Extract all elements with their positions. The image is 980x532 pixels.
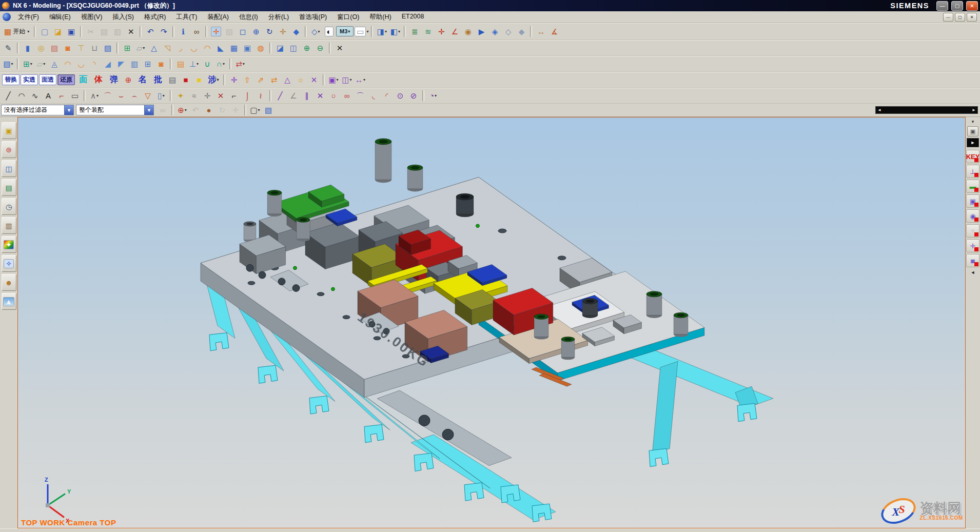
- dropdown-arrow-icon[interactable]: ▾: [348, 29, 350, 34]
- circle-menu-button[interactable]: ◔▾: [427, 90, 439, 101]
- dropdown-arrow-icon[interactable]: ▾: [143, 46, 145, 50]
- snapshot-button[interactable]: ◉: [462, 26, 474, 37]
- dropdown-arrow-icon[interactable]: ▾: [350, 77, 352, 82]
- split-body-button[interactable]: ◫: [287, 42, 300, 53]
- dock-scroll-left-icon[interactable]: ◄: [877, 108, 881, 112]
- dropdown-arrow-icon[interactable]: ▾: [337, 77, 339, 82]
- offset-curve-button[interactable]: ⌣: [115, 90, 127, 101]
- face-translucency-button[interactable]: 面透: [39, 74, 56, 85]
- minimize-button[interactable]: —: [936, 1, 948, 11]
- delete-annotation-button[interactable]: ✕: [334, 42, 346, 53]
- restore-button[interactable]: ▢: [951, 1, 963, 11]
- roles-tab[interactable]: ☻: [2, 274, 16, 291]
- profile-button[interactable]: ∧▾: [88, 90, 101, 101]
- menu-item-information[interactable]: 信息(I): [234, 12, 263, 23]
- selection-scope-button[interactable]: ⊕▾: [176, 105, 188, 116]
- red-cube-display-button[interactable]: ■: [180, 74, 192, 85]
- extend-curve-button[interactable]: ⌡: [241, 90, 253, 101]
- swept-button[interactable]: ◠: [62, 58, 74, 69]
- dropdown-arrow-icon[interactable]: ▾: [217, 77, 219, 82]
- select-glove-button[interactable]: ●: [203, 105, 215, 116]
- dropdown-arrow-icon[interactable]: ▾: [435, 93, 437, 98]
- four-point-surface-button[interactable]: ◬: [48, 58, 61, 69]
- redo-button[interactable]: ↷: [158, 26, 170, 37]
- close-button[interactable]: ✕: [966, 1, 978, 11]
- new-file-button[interactable]: ▢: [38, 26, 51, 37]
- zoom-box-button[interactable]: ◻: [237, 26, 249, 37]
- trim-body-button[interactable]: ◪: [274, 42, 286, 53]
- dropdown-arrow-icon[interactable]: ▾: [197, 62, 199, 66]
- solid-translucency-button[interactable]: 实透: [21, 74, 38, 85]
- assembly-constraints-button[interactable]: ◈: [488, 26, 501, 37]
- scenery-tab[interactable]: ▲: [2, 293, 16, 310]
- fillet-curve-2-button[interactable]: ◜: [381, 90, 393, 101]
- resize-face-button[interactable]: ↔▾: [354, 74, 366, 85]
- face-blend-button[interactable]: ◡: [188, 42, 200, 53]
- point-set-button[interactable]: ∠: [287, 90, 300, 101]
- part-navigator-tab[interactable]: ◫: [2, 160, 16, 177]
- assembly-navigator-tab[interactable]: ▣: [2, 122, 16, 139]
- move-object-button[interactable]: ✛: [228, 74, 240, 85]
- reorder-sheets-button[interactable]: ≋: [422, 26, 434, 37]
- search-button[interactable]: ∞: [190, 26, 203, 37]
- mirror-feature-button[interactable]: ▣: [241, 42, 253, 53]
- chevron-down-icon[interactable]: ▾: [968, 118, 978, 125]
- body-display-button[interactable]: 体: [91, 74, 106, 85]
- spring-tool-button[interactable]: 弹: [107, 74, 121, 85]
- pan-view-button[interactable]: ✛: [277, 26, 289, 37]
- datum-plane-menu-button[interactable]: ▱▾: [134, 42, 147, 53]
- cad-model[interactable]: 1930.00KG Z Y X: [18, 117, 965, 528]
- menu-item-format[interactable]: 格式(R): [139, 12, 171, 23]
- palette-collapse-button[interactable]: ◄: [971, 270, 975, 275]
- parallel-line-button[interactable]: ∥: [301, 90, 313, 101]
- open-file-button[interactable]: ◪: [52, 26, 64, 37]
- face-display-button[interactable]: 面: [76, 74, 90, 85]
- two-circle-button[interactable]: ∞: [341, 90, 353, 101]
- dropdown-arrow-icon[interactable]: ▾: [27, 29, 29, 34]
- dropdown-arrow-icon[interactable]: ▾: [11, 62, 13, 66]
- auto-dimension-button[interactable]: ⇄▾: [234, 58, 246, 69]
- render-style-button[interactable]: ◐: [323, 26, 335, 37]
- menu-item-edit[interactable]: 编辑(E): [44, 12, 76, 23]
- arc-point-button[interactable]: ⌒: [354, 90, 366, 101]
- resize-cylinder-button[interactable]: ○: [295, 74, 307, 85]
- dropdown-arrow-icon[interactable]: ▾: [258, 108, 260, 112]
- reuse-item-key[interactable]: KEY: [966, 150, 979, 163]
- background-select-button[interactable]: ▭▾: [355, 26, 368, 37]
- copy-display-button[interactable]: ▤: [166, 74, 179, 85]
- trim-curve-button[interactable]: ✕: [214, 90, 227, 101]
- dropdown-arrow-icon[interactable]: ▾: [243, 62, 245, 66]
- show-shaded-button[interactable]: ▧: [262, 105, 275, 116]
- wcs-display-button[interactable]: ⊕: [122, 74, 134, 85]
- edge-blend-button[interactable]: ◞: [174, 42, 187, 53]
- menu-item-window[interactable]: 窗口(O): [332, 12, 364, 23]
- bridge-curve-button[interactable]: ⌒: [102, 90, 114, 101]
- dropdown-arrow-icon[interactable]: ▾: [43, 62, 45, 66]
- menu-item-et2008[interactable]: ET2008: [397, 12, 429, 23]
- datum-plane-button[interactable]: ⊞: [121, 42, 133, 53]
- yellow-cube-display-button[interactable]: ■: [193, 74, 205, 85]
- boolean-menu-button[interactable]: ∩▾: [214, 58, 227, 69]
- wcs-dynamics-button[interactable]: ✛: [435, 26, 447, 37]
- cross-line-button[interactable]: ✕: [314, 90, 326, 101]
- chamfer-button[interactable]: ◣: [214, 42, 227, 53]
- reuse-item-round-plate[interactable]: ◉: [966, 209, 979, 223]
- marquee-select-button[interactable]: ▢▾: [249, 105, 261, 116]
- mdi-close-button[interactable]: ✕: [967, 13, 977, 22]
- start-menu-button[interactable]: ▦开始▾: [2, 26, 31, 37]
- replace-face-button[interactable]: 替换: [2, 74, 19, 85]
- resize-blend-button[interactable]: △: [281, 74, 293, 85]
- move-component-button[interactable]: ▶: [475, 26, 487, 37]
- delete-face-button[interactable]: ✕: [308, 74, 320, 85]
- reuse-item-green-block[interactable]: ▬: [966, 180, 979, 193]
- reuse-library-tab[interactable]: ▤: [2, 179, 16, 196]
- plane-menu-button[interactable]: ▱▾: [35, 58, 47, 69]
- effects-tab[interactable]: ✧: [2, 255, 16, 272]
- chevron-down-icon[interactable]: ▼: [64, 105, 73, 115]
- soft-blend-button[interactable]: ◠: [201, 42, 213, 53]
- dropdown-arrow-icon[interactable]: ▾: [30, 62, 32, 66]
- sweep-along-guide-button[interactable]: ◝: [88, 58, 101, 69]
- variational-sweep-button[interactable]: ◡: [75, 58, 87, 69]
- rotate-view-button[interactable]: ↻: [263, 26, 276, 37]
- zoom-in-out-button[interactable]: ⊕: [250, 26, 262, 37]
